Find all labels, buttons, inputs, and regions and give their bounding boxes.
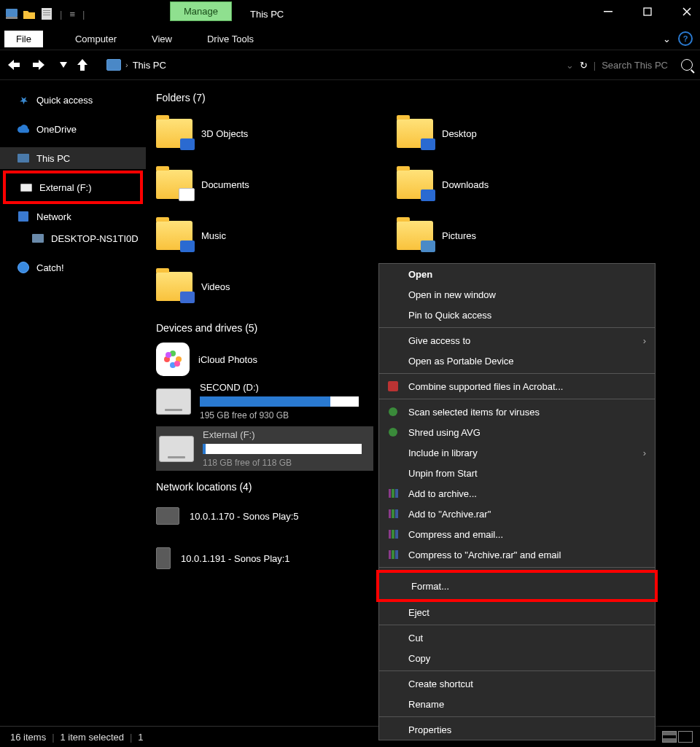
properties-icon[interactable] — [41, 8, 52, 20]
manage-contextual-tab[interactable]: Manage — [170, 1, 232, 21]
cm-format[interactable]: Format... — [376, 570, 658, 602]
this-pc-icon — [106, 59, 121, 71]
view-tab[interactable]: View — [141, 31, 182, 47]
cm-eject[interactable]: Eject — [379, 602, 655, 622]
cm-shred[interactable]: Shred using AVG — [379, 422, 655, 442]
icons-view-button[interactable] — [678, 731, 693, 743]
cm-properties[interactable]: Properties — [379, 719, 655, 740]
folder-label: 3D Objects — [201, 128, 248, 139]
svg-rect-8 — [388, 381, 398, 391]
breadcrumb-this-pc[interactable]: This PC — [133, 60, 166, 71]
search-icon[interactable] — [681, 59, 693, 71]
cm-add-archive-rar[interactable]: Add to "Archive.rar" — [379, 504, 655, 524]
view-mode-switcher — [662, 731, 693, 743]
qat-separator: | — [82, 9, 85, 20]
minimize-button[interactable] — [599, 3, 617, 20]
cm-separator — [379, 716, 655, 717]
address-bar[interactable]: › This PC — [106, 59, 166, 71]
file-tab[interactable]: File — [4, 31, 43, 47]
folder-downloads[interactable]: Downloads — [397, 163, 608, 206]
status-selected-count: 1 item selected — [61, 732, 124, 743]
cm-copy[interactable]: Copy — [379, 648, 655, 668]
recent-locations-button[interactable] — [55, 57, 71, 73]
refresh-button[interactable]: ↻ — [580, 60, 588, 71]
device-icon — [156, 547, 171, 569]
folder-music[interactable]: Music — [156, 214, 368, 257]
drive-usage-bar — [203, 444, 362, 454]
sidebar-this-pc[interactable]: This PC — [0, 147, 146, 169]
icloud-photos[interactable]: iCloud Photos — [156, 343, 368, 376]
window-controls — [599, 3, 696, 20]
svg-point-10 — [389, 428, 397, 437]
back-button[interactable] — [6, 57, 22, 73]
drive-external-f[interactable]: External (F:) 118 GB free of 118 GB — [156, 426, 373, 471]
sidebar-item-label: Catch! — [36, 262, 64, 273]
up-button[interactable] — [74, 57, 90, 73]
drive-second-d[interactable]: SECOND (D:) 195 GB free of 930 GB — [156, 382, 368, 421]
cm-create-shortcut[interactable]: Create shortcut — [379, 673, 655, 694]
folder-label: Downloads — [442, 179, 489, 190]
winrar-icon — [386, 548, 400, 561]
cm-portable-device[interactable]: Open as Portable Device — [379, 351, 655, 371]
drive-free-text: 195 GB free of 930 GB — [200, 410, 368, 421]
cm-open-new-window[interactable]: Open in new window — [379, 284, 655, 305]
cm-combine-acrobat[interactable]: Combine supported files in Acrobat... — [379, 376, 655, 396]
svg-rect-3 — [43, 10, 50, 11]
cm-separator — [379, 670, 655, 671]
folder-desktop[interactable]: Desktop — [397, 112, 608, 155]
drive-free-text: 118 GB free of 118 GB — [203, 458, 370, 468]
cm-add-archive[interactable]: Add to archive... — [379, 483, 655, 504]
details-view-button[interactable] — [662, 731, 677, 743]
folder-pictures[interactable]: Pictures — [397, 214, 608, 257]
drive-tools-tab[interactable]: Drive Tools — [197, 31, 264, 47]
sidebar-quick-access[interactable]: ★ Quick access — [0, 89, 146, 111]
breadcrumb-chevron-icon: › — [125, 60, 128, 69]
sidebar-catch[interactable]: Catch! — [0, 257, 146, 278]
status-separator: | — [130, 732, 132, 743]
svg-rect-5 — [43, 15, 50, 15]
cm-include-library[interactable]: Include in library› — [379, 442, 655, 463]
maximize-button[interactable] — [639, 3, 656, 20]
sidebar-onedrive[interactable]: OneDrive — [0, 118, 146, 140]
cm-compress-rar-email[interactable]: Compress to "Archive.rar" and email — [379, 544, 655, 565]
network-icon — [18, 211, 29, 222]
svg-rect-1 — [6, 17, 18, 19]
cm-rename[interactable]: Rename — [379, 694, 655, 714]
sidebar-network[interactable]: Network — [0, 206, 146, 227]
status-item-count: 16 items — [10, 732, 46, 743]
cm-give-access[interactable]: Give access to› — [379, 330, 655, 351]
ribbon-collapse-icon[interactable]: ⌄ — [663, 34, 671, 44]
titlebar: | ≡ | Manage This PC — [0, 0, 700, 28]
folder-videos[interactable]: Videos — [156, 265, 368, 308]
folder-icon — [156, 221, 192, 250]
cm-separator — [379, 567, 655, 568]
computer-tab[interactable]: Computer — [65, 31, 127, 47]
folder-documents[interactable]: Documents — [156, 163, 368, 206]
search-placeholder[interactable]: Search This PC — [602, 60, 668, 71]
network-label: 10.0.1.191 - Sonos Play:1 — [181, 553, 290, 564]
sidebar-item-label: Network — [36, 211, 71, 222]
address-dropdown-icon[interactable]: ⌄ — [566, 60, 574, 71]
winrar-icon — [386, 528, 400, 541]
forward-button[interactable] — [31, 57, 47, 73]
sidebar-network-node[interactable]: DESKTOP-NS1TI0D — [0, 227, 146, 249]
folder-icon[interactable] — [23, 8, 35, 20]
folder-3d-objects[interactable]: 3D Objects — [156, 112, 368, 155]
folder-icon — [156, 170, 192, 199]
cm-compress-email[interactable]: Compress and email... — [379, 524, 655, 544]
cm-unpin-start[interactable]: Unpin from Start — [379, 463, 655, 483]
drive-icon — [20, 181, 32, 193]
submenu-arrow-icon: › — [643, 335, 646, 346]
qat-customize[interactable]: ≡ — [69, 9, 75, 20]
help-icon[interactable]: ? — [678, 31, 693, 46]
cm-scan-viruses[interactable]: Scan selected items for viruses — [379, 402, 655, 422]
nav-right: ⌄ ↻ | Search This PC — [566, 59, 693, 71]
svg-rect-6 — [604, 11, 612, 12]
cm-cut[interactable]: Cut — [379, 627, 655, 648]
sidebar-external-drive[interactable]: External (F:) — [3, 171, 143, 204]
close-button[interactable] — [678, 3, 696, 20]
sidebar-item-label: DESKTOP-NS1TI0D — [51, 233, 139, 244]
cm-open[interactable]: Open — [379, 264, 655, 284]
section-folders-header[interactable]: Folders (7) — [156, 92, 690, 103]
cm-pin-quick-access[interactable]: Pin to Quick access — [379, 305, 655, 325]
